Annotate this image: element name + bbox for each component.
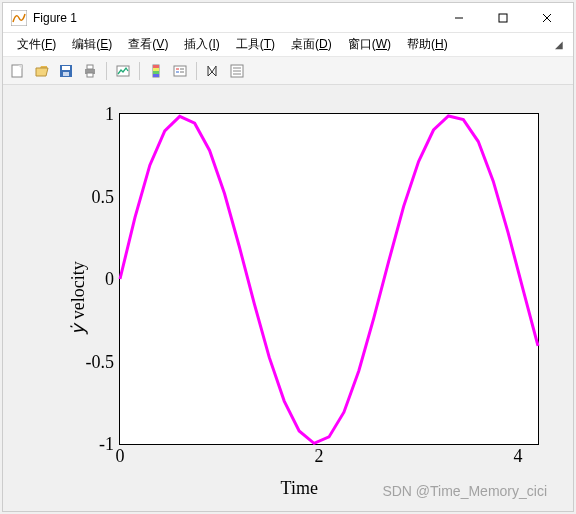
property-inspector-button[interactable] [226,60,248,82]
plot-canvas[interactable]: ẏ velocity 1 0.5 0 -0.5 -1 0 2 4 Time [9,91,567,505]
toolbar [3,57,573,85]
ytick: 1 [105,104,120,125]
axes[interactable]: 1 0.5 0 -0.5 -1 0 2 4 [119,113,539,445]
menu-file[interactable]: 文件(F) [9,34,64,55]
xtick: 2 [314,444,323,467]
svg-rect-19 [174,66,186,76]
menu-window[interactable]: 窗口(W) [340,34,399,55]
new-figure-button[interactable] [7,60,29,82]
ytick: 0.5 [92,186,121,207]
svg-rect-9 [63,72,69,76]
edit-plot-button[interactable] [202,60,224,82]
titlebar[interactable]: Figure 1 [3,3,573,33]
maximize-button[interactable] [481,4,525,32]
plot-area: ẏ velocity 1 0.5 0 -0.5 -1 0 2 4 Time [3,85,573,511]
toolbar-separator [196,62,197,80]
colorbar-button[interactable] [145,60,167,82]
window-title: Figure 1 [33,11,437,25]
link-plot-button[interactable] [112,60,134,82]
xtick: 4 [513,444,522,467]
menu-tools[interactable]: 工具(T) [228,34,283,55]
svg-rect-11 [87,65,93,69]
menu-view[interactable]: 查看(V) [120,34,176,55]
toolbar-separator [139,62,140,80]
svg-rect-18 [153,74,159,77]
xtick: 0 [116,444,125,467]
menu-insert[interactable]: 插入(I) [176,34,227,55]
minimize-button[interactable] [437,4,481,32]
print-button[interactable] [79,60,101,82]
svg-rect-8 [62,66,70,70]
menu-overflow-icon[interactable]: ◢ [551,39,567,50]
svg-rect-16 [153,68,159,71]
ytick: -0.5 [86,351,121,372]
open-button[interactable] [31,60,53,82]
svg-rect-17 [153,71,159,74]
close-button[interactable] [525,4,569,32]
watermark: SDN @Time_Memory_cici [382,483,547,499]
save-button[interactable] [55,60,77,82]
svg-rect-12 [87,73,93,77]
svg-rect-15 [153,65,159,68]
svg-rect-2 [499,14,507,22]
y-axis-label: ẏ velocity [67,261,89,334]
menubar: 文件(F) 编辑(E) 查看(V) 插入(I) 工具(T) 桌面(D) 窗口(W… [3,33,573,57]
legend-button[interactable] [169,60,191,82]
x-axis-label: Time [281,478,318,499]
toolbar-separator [106,62,107,80]
figure-window: Figure 1 文件(F) 编辑(E) 查看(V) 插入(I) 工具(T) 桌… [2,2,574,512]
ytick: 0 [105,269,120,290]
menu-desktop[interactable]: 桌面(D) [283,34,340,55]
menu-help[interactable]: 帮助(H) [399,34,456,55]
app-icon [11,10,27,26]
menu-edit[interactable]: 编辑(E) [64,34,120,55]
line-series [120,114,538,444]
